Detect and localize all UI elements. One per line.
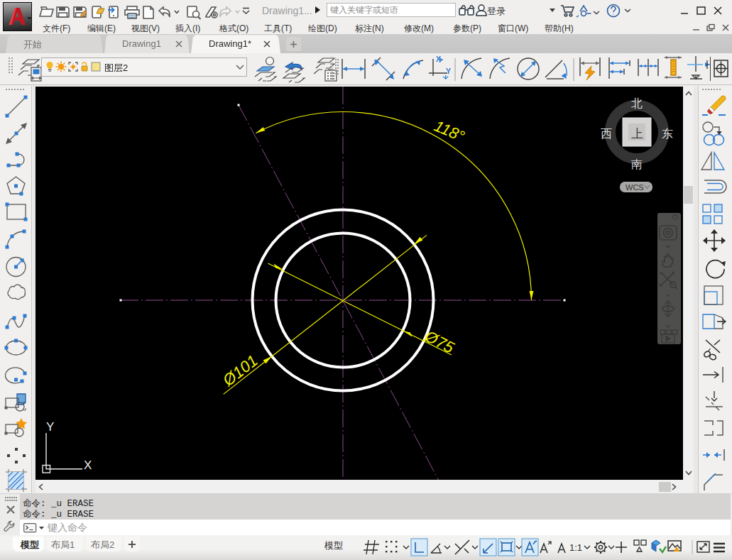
svg-text:北: 北 — [631, 97, 643, 109]
svg-text:上: 上 — [631, 127, 643, 141]
svg-text:1:1: 1:1 — [569, 542, 582, 553]
svg-text:Y: Y — [446, 67, 452, 75]
svg-text:东: 东 — [662, 128, 673, 140]
svg-text:南: 南 — [631, 158, 643, 170]
svg-text:118°: 118° — [432, 117, 467, 146]
svg-text:X: X — [84, 459, 92, 472]
svg-text:西: 西 — [601, 128, 612, 140]
svg-text:X: X — [436, 55, 442, 63]
svg-text:Y: Y — [46, 420, 54, 434]
svg-text:Ø101: Ø101 — [219, 351, 261, 390]
svg-text:WCS: WCS — [626, 183, 644, 192]
